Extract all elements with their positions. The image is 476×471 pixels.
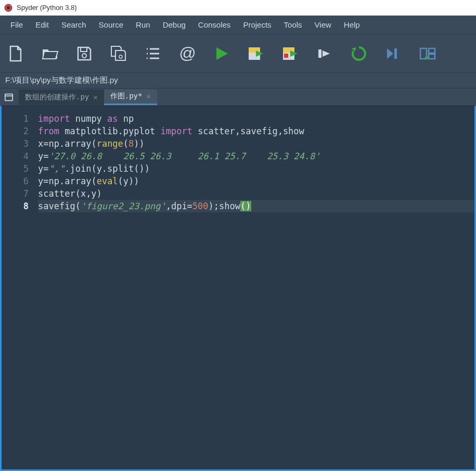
tab-close-icon[interactable]: ×	[146, 92, 150, 100]
toolbar: @	[0, 34, 476, 72]
tab-inactive[interactable]: 数组的创建操作.py ×	[19, 90, 104, 105]
code-editor[interactable]: 1 2 3 4 5 6 7 8 import numpy as np from …	[0, 106, 476, 471]
filepath-bar: F:\项目\py\py与数学建模\作图.py	[0, 72, 476, 88]
menu-help[interactable]: Help	[339, 17, 365, 32]
tab-label: 作图.py*	[110, 92, 143, 101]
tab-close-icon[interactable]: ×	[93, 93, 97, 101]
menu-debug[interactable]: Debug	[158, 17, 191, 32]
filepath-text: F:\项目\py\py与数学建模\作图.py	[5, 75, 118, 85]
line-number: 1	[2, 112, 29, 125]
line-number: 3	[2, 137, 29, 150]
code-line: y=np.array(eval(y))	[38, 175, 474, 187]
svg-rect-20	[429, 48, 435, 53]
line-number: 5	[2, 162, 29, 175]
goto-end-icon[interactable]	[383, 43, 404, 64]
code-line: x=np.array(range(8))	[38, 137, 474, 150]
editor-tabbar: 数组的创建操作.py × 作图.py* ×	[0, 88, 476, 106]
code-line: scatter(x,y)	[38, 187, 474, 200]
save-icon[interactable]	[74, 43, 95, 64]
menu-search[interactable]: Search	[56, 17, 92, 32]
save-all-icon[interactable]	[108, 43, 129, 64]
menubar: File Edit Search Source Run Debug Consol…	[0, 16, 476, 34]
run-cell-next-icon[interactable]	[280, 43, 301, 64]
run-icon[interactable]	[211, 43, 232, 64]
code-area[interactable]: import numpy as np from matplotlib.pyplo…	[38, 106, 474, 469]
menu-projects[interactable]: Projects	[238, 17, 276, 32]
svg-text:@: @	[179, 44, 196, 62]
tab-label: 数组的创建操作.py	[25, 93, 89, 102]
menu-file[interactable]: File	[5, 17, 28, 32]
svg-rect-21	[429, 54, 435, 59]
reload-icon[interactable]	[349, 43, 369, 64]
code-line: import numpy as np	[38, 112, 474, 125]
code-line: y=",".join(y.split())	[38, 162, 474, 175]
svg-rect-16	[284, 54, 288, 58]
menu-run[interactable]: Run	[131, 17, 156, 32]
tab-active[interactable]: 作图.py* ×	[104, 90, 157, 105]
open-folder-icon[interactable]	[40, 43, 60, 64]
menu-tools[interactable]: Tools	[279, 17, 307, 32]
debug-step-icon[interactable]	[314, 43, 335, 64]
run-cell-icon[interactable]	[246, 43, 266, 64]
menu-consoles[interactable]: Consoles	[193, 17, 236, 32]
code-line: y='27.0 26.8 26.5 26.3 26.1 25.7 25.3 24…	[38, 150, 474, 162]
titlebar: Spyder (Python 3.8)	[0, 0, 476, 16]
line-number: 6	[2, 175, 29, 187]
list-icon[interactable]	[143, 43, 163, 64]
line-number: 8	[2, 200, 29, 212]
code-line: savefig('figure2_23.png',dpi=500);show()	[38, 200, 474, 212]
line-number: 4	[2, 150, 29, 162]
code-line: from matplotlib.pyplot import scatter,sa…	[38, 125, 474, 137]
line-gutter: 1 2 3 4 5 6 7 8	[2, 106, 38, 469]
line-number: 2	[2, 125, 29, 137]
browse-tabs-icon[interactable]	[2, 91, 16, 104]
svg-rect-23	[5, 94, 12, 100]
menu-source[interactable]: Source	[94, 17, 129, 32]
layout-icon[interactable]	[417, 43, 438, 64]
at-icon[interactable]: @	[177, 43, 198, 64]
line-number: 7	[2, 187, 29, 200]
new-file-icon[interactable]	[5, 43, 26, 64]
svg-point-22	[425, 56, 428, 59]
svg-point-1	[7, 6, 10, 9]
menu-view[interactable]: View	[310, 17, 337, 32]
svg-point-3	[82, 54, 86, 58]
window-title: Spyder (Python 3.8)	[17, 4, 77, 11]
svg-rect-17	[318, 49, 321, 58]
menu-edit[interactable]: Edit	[30, 17, 54, 32]
spyder-logo-icon	[4, 4, 12, 12]
svg-rect-18	[394, 48, 397, 59]
